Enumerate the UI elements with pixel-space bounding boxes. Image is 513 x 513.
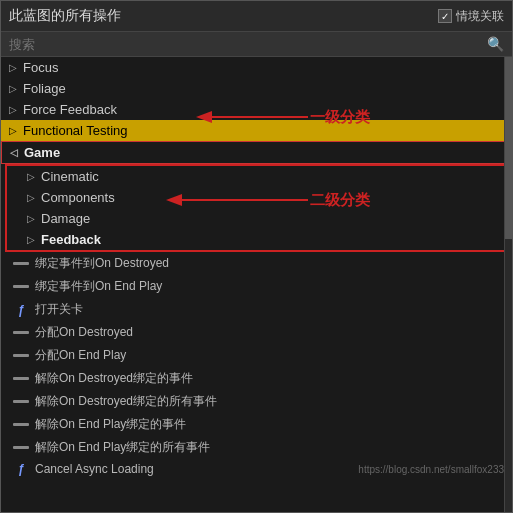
action-assign-end-play[interactable]: 分配On End Play: [1, 344, 512, 367]
action-cancel-async[interactable]: ƒ Cancel Async Loading https://blog.csdn…: [1, 459, 512, 479]
search-input[interactable]: [9, 37, 481, 52]
main-container: 此蓝图的所有操作 情境关联 🔍 ▷ Focus ▷ Foliage ▷ Forc…: [0, 0, 513, 513]
item-label: Components: [41, 190, 115, 205]
action-label: 分配On Destroyed: [35, 324, 133, 341]
expand-arrow: ◁: [10, 147, 20, 158]
item-label: Damage: [41, 211, 90, 226]
context-checkbox[interactable]: [438, 9, 452, 23]
action-icon-bar: [13, 400, 29, 403]
subcategory-box: ▷ Cinematic ▷ Components ▷ Damage ▷ Feed…: [5, 164, 512, 252]
action-label: 绑定事件到On End Play: [35, 278, 162, 295]
list-item-damage[interactable]: ▷ Damage: [7, 208, 510, 229]
action-icon-bar: [13, 354, 29, 357]
action-icon-bar: [13, 423, 29, 426]
content-list: ▷ Focus ▷ Foliage ▷ Force Feedback ▷ Fun…: [1, 57, 512, 512]
expand-arrow: ▷: [9, 125, 19, 136]
list-item-feedback[interactable]: ▷ Feedback: [7, 229, 510, 250]
list-item-components[interactable]: ▷ Components: [7, 187, 510, 208]
list-item-foliage[interactable]: ▷ Foliage: [1, 78, 512, 99]
item-label: Focus: [23, 60, 58, 75]
action-label: 解除On End Play绑定的事件: [35, 416, 186, 433]
header: 此蓝图的所有操作 情境关联: [1, 1, 512, 32]
list-item-game[interactable]: ◁ Game: [1, 141, 512, 164]
action-label: 解除On Destroyed绑定的所有事件: [35, 393, 217, 410]
item-label: Feedback: [41, 232, 101, 247]
context-label: 情境关联: [456, 8, 504, 25]
footer-url: https://blog.csdn.net/smallfox233: [358, 464, 504, 475]
search-icon: 🔍: [487, 36, 504, 52]
scrollbar-thumb[interactable]: [505, 57, 512, 239]
action-icon-bar: [13, 262, 29, 265]
header-title: 此蓝图的所有操作: [9, 7, 121, 25]
action-label: Cancel Async Loading: [35, 462, 154, 476]
item-label: Functional Testing: [23, 123, 128, 138]
item-label: Foliage: [23, 81, 66, 96]
expand-arrow: ▷: [27, 213, 37, 224]
action-assign-destroyed[interactable]: 分配On Destroyed: [1, 321, 512, 344]
function-icon: ƒ: [13, 462, 29, 476]
item-label: Cinematic: [41, 169, 99, 184]
scrollbar-track[interactable]: [504, 57, 512, 512]
action-unbind-all-destroyed[interactable]: 解除On Destroyed绑定的所有事件: [1, 390, 512, 413]
list-item-force-feedback[interactable]: ▷ Force Feedback: [1, 99, 512, 120]
expand-arrow: ▷: [9, 104, 19, 115]
action-unbind-all-end-play[interactable]: 解除On End Play绑定的所有事件: [1, 436, 512, 459]
search-bar: 🔍: [1, 32, 512, 57]
action-bind-end-play[interactable]: 绑定事件到On End Play: [1, 275, 512, 298]
action-open-card[interactable]: ƒ 打开关卡: [1, 298, 512, 321]
action-icon-bar: [13, 285, 29, 288]
action-unbind-end-play[interactable]: 解除On End Play绑定的事件: [1, 413, 512, 436]
list-item-focus[interactable]: ▷ Focus: [1, 57, 512, 78]
action-bind-destroyed[interactable]: 绑定事件到On Destroyed: [1, 252, 512, 275]
item-label: Game: [24, 145, 60, 160]
list-item-functional-testing[interactable]: ▷ Functional Testing: [1, 120, 512, 141]
expand-arrow: ▷: [27, 192, 37, 203]
action-icon-bar: [13, 331, 29, 334]
action-label: 解除On End Play绑定的所有事件: [35, 439, 210, 456]
action-label: 绑定事件到On Destroyed: [35, 255, 169, 272]
action-unbind-destroyed[interactable]: 解除On Destroyed绑定的事件: [1, 367, 512, 390]
action-icon-bar: [13, 377, 29, 380]
action-icon-bar: [13, 446, 29, 449]
expand-arrow: ▷: [9, 62, 19, 73]
action-label: 解除On Destroyed绑定的事件: [35, 370, 193, 387]
expand-arrow: ▷: [9, 83, 19, 94]
expand-arrow: ▷: [27, 234, 37, 245]
item-label: Force Feedback: [23, 102, 117, 117]
action-label: 打开关卡: [35, 301, 83, 318]
list-item-cinematic[interactable]: ▷ Cinematic: [7, 166, 510, 187]
expand-arrow: ▷: [27, 171, 37, 182]
action-label: 分配On End Play: [35, 347, 126, 364]
context-checkbox-area[interactable]: 情境关联: [438, 8, 504, 25]
function-icon: ƒ: [13, 303, 29, 317]
